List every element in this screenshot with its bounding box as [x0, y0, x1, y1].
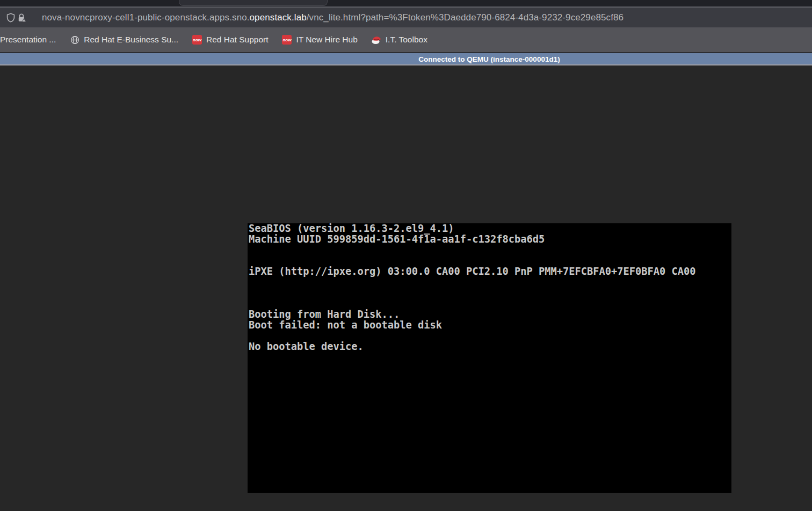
- bookmark-presentation[interactable]: Presentation ...: [0, 35, 56, 45]
- active-tab[interactable]: [179, 0, 328, 6]
- url-display[interactable]: nova-novncproxy-cell1-public-openstack.a…: [42, 8, 624, 27]
- url-domain: openstack.lab: [250, 12, 307, 23]
- url-bar[interactable]: nova-novncproxy-cell1-public-openstack.a…: [0, 8, 812, 27]
- bookmark-redhat-ebusiness[interactable]: Red Hat E-Business Su...: [70, 35, 178, 45]
- vnc-status-text: Connected to QEMU (instance-000001d1): [418, 55, 560, 63]
- bookmark-label: I.T. Toolbox: [386, 35, 427, 45]
- url-prefix: nova-novncproxy-cell1-public-openstack.a…: [42, 12, 250, 23]
- bookmarks-bar: Presentation ... Red Hat E-Business Su..…: [0, 27, 812, 52]
- bookmark-label: IT New Hire Hub: [296, 35, 357, 45]
- url-path: /vnc_lite.html?path=%3Ftoken%3Daedde790-…: [307, 12, 624, 23]
- bookmark-label: Red Hat E-Business Su...: [84, 35, 178, 45]
- servicenow-now-icon: now: [282, 35, 292, 45]
- vnc-status-bar: Connected to QEMU (instance-000001d1): [0, 53, 812, 65]
- vnc-canvas[interactable]: SeaBIOS (version 1.16.3-2.el9_4.1) Machi…: [248, 223, 731, 493]
- servicenow-now-icon: now: [192, 35, 202, 45]
- browser-window: nova-novncproxy-cell1-public-openstack.a…: [0, 0, 812, 511]
- bookmark-it-toolbox[interactable]: I.T. Toolbox: [372, 35, 427, 45]
- tracking-protection-shield-icon[interactable]: [6, 13, 16, 23]
- bookmark-label: Red Hat Support: [206, 35, 268, 45]
- bookmark-it-new-hire-hub[interactable]: now IT New Hire Hub: [282, 35, 357, 45]
- tab-strip: [0, 0, 812, 6]
- bookmark-redhat-support[interactable]: now Red Hat Support: [192, 35, 268, 45]
- bios-console-text: SeaBIOS (version 1.16.3-2.el9_4.1) Machi…: [248, 223, 731, 352]
- connection-not-secure-lock-icon[interactable]: [17, 13, 27, 23]
- globe-icon: [70, 35, 79, 45]
- vnc-page: SeaBIOS (version 1.16.3-2.el9_4.1) Machi…: [0, 65, 812, 509]
- redhat-fedora-icon: [372, 35, 381, 45]
- bookmark-label: Presentation ...: [0, 35, 56, 45]
